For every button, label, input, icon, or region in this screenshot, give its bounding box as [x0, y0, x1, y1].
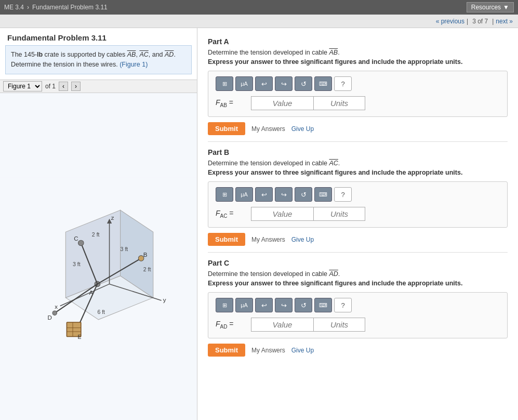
part-c-subtitle: Determine the tension developed in cable… [208, 270, 508, 278]
page-info-sep: | [492, 18, 494, 25]
redo-button-c[interactable]: ↪ [275, 298, 293, 312]
part-a-var-label: FAB = [216, 98, 247, 108]
part-b-subtitle: Determine the tension developed in cable… [208, 160, 508, 167]
undo-button-b[interactable]: ↩ [255, 187, 273, 202]
grid-button-c[interactable]: ⊞ [216, 298, 233, 312]
reset-button-a[interactable]: ↺ [295, 76, 312, 91]
prev-link[interactable]: « previous [436, 18, 464, 25]
page-info: | [467, 18, 468, 25]
svg-point-16 [78, 240, 84, 246]
top-bar: ME 3.4 › Fundamental Problem 3.11 Resour… [0, 0, 518, 15]
part-c-input-row: FAD = [216, 318, 500, 332]
part-c-submit-button[interactable]: Submit [208, 344, 245, 357]
part-b-input-row: FAC = [216, 207, 500, 221]
micro-button-a[interactable]: μΑ [235, 76, 253, 91]
help-button-c[interactable]: ? [334, 298, 352, 312]
part-b-submit-row: Submit My Answers Give Up [208, 233, 508, 246]
part-b-answer-box: ⊞ μΑ ↩ ↪ ↺ ⌨ ? FAC = [208, 181, 508, 228]
svg-text:B: B [143, 251, 148, 257]
svg-text:C: C [74, 235, 78, 242]
next-link[interactable]: next » [496, 18, 513, 25]
reset-button-c[interactable]: ↺ [295, 298, 312, 312]
micro-button-c[interactable]: μΑ [235, 298, 253, 312]
part-b-submit-button[interactable]: Submit [208, 233, 245, 246]
svg-text:x: x [55, 303, 58, 309]
part-a-toolbar: ⊞ μΑ ↩ ↪ ↺ ⌨ ? [216, 76, 500, 91]
part-c-answer-box: ⊞ μΑ ↩ ↪ ↺ ⌨ ? FAD = [208, 292, 508, 338]
nav-bar: « previous | 3 of 7 | next » [0, 15, 518, 28]
undo-button-a[interactable]: ↩ [255, 76, 273, 91]
part-a-submit-button[interactable]: Submit [208, 122, 245, 135]
part-b-instruction: Express your answer to three significant… [208, 169, 508, 176]
part-a-section: Part A Determine the tension developed i… [208, 37, 508, 135]
svg-text:2 ft: 2 ft [92, 231, 100, 237]
figure-area: z y x A B [0, 93, 197, 421]
keyboard-button-a[interactable]: ⌨ [314, 76, 332, 91]
grid-button-b[interactable]: ⊞ [216, 187, 233, 202]
figure-link[interactable]: (Figure 1) [119, 61, 148, 68]
left-panel: Fundamental Problem 3.11 The 145-lb crat… [0, 28, 197, 420]
svg-text:3 ft: 3 ft [121, 246, 128, 252]
part-a-title: Part A [208, 37, 508, 46]
part-b-give-up-link[interactable]: Give Up [291, 236, 314, 243]
svg-text:6 ft: 6 ft [97, 309, 105, 315]
part-c-value-input[interactable] [251, 318, 313, 332]
help-button-a[interactable]: ? [334, 76, 352, 91]
problem-description: The 145-lb crate is supported by cables … [5, 45, 192, 74]
part-b-var-label: FAC = [216, 209, 247, 219]
svg-text:z: z [111, 215, 114, 221]
breadcrumb-area: ME 3.4 › Fundamental Problem 3.11 [4, 4, 108, 11]
micro-button-b[interactable]: μΑ [235, 187, 253, 202]
help-button-b[interactable]: ? [334, 187, 352, 202]
figure-prev-btn[interactable]: ‹ [59, 82, 68, 91]
part-a-value-input[interactable] [251, 96, 313, 110]
part-a-input-row: FAB = [216, 96, 500, 110]
breadcrumb-course[interactable]: ME 3.4 [4, 4, 24, 11]
part-c-my-answers-link[interactable]: My Answers [251, 347, 285, 354]
figure-of-label: of 1 [45, 83, 56, 90]
part-a-units-input[interactable] [313, 96, 365, 110]
part-c-units-input[interactable] [313, 318, 365, 332]
part-c-give-up-link[interactable]: Give Up [291, 347, 314, 354]
keyboard-button-c[interactable]: ⌨ [314, 298, 332, 312]
part-c-submit-row: Submit My Answers Give Up [208, 344, 508, 357]
part-b-toolbar: ⊞ μΑ ↩ ↪ ↺ ⌨ ? [216, 187, 500, 202]
redo-button-a[interactable]: ↪ [275, 76, 293, 91]
part-b-title: Part B [208, 148, 508, 156]
svg-text:E: E [77, 333, 81, 339]
svg-point-19 [52, 310, 57, 314]
part-b-units-input[interactable] [313, 207, 365, 221]
part-b-my-answers-link[interactable]: My Answers [251, 236, 285, 243]
figure-next-btn[interactable]: › [71, 82, 81, 91]
keyboard-button-b[interactable]: ⌨ [314, 187, 332, 202]
part-a-instruction: Express your answer to three significant… [208, 58, 508, 65]
part-a-answer-box: ⊞ μΑ ↩ ↪ ↺ ⌨ ? FAB = [208, 71, 508, 117]
svg-text:D: D [48, 314, 52, 320]
part-a-subtitle: Determine the tension developed in cable… [208, 49, 508, 56]
page-number: 3 of 7 [472, 18, 488, 25]
figure-svg: z y x A B [0, 93, 197, 421]
part-a-my-answers-link[interactable]: My Answers [251, 125, 285, 133]
redo-button-b[interactable]: ↪ [275, 187, 293, 202]
part-c-var-label: FAD = [216, 320, 247, 330]
figure-controls: Figure 1 of 1 ‹ › [0, 80, 197, 93]
divider-bc [208, 252, 508, 253]
grid-button-a[interactable]: ⊞ [216, 76, 233, 91]
part-c-instruction: Express your answer to three significant… [208, 280, 508, 287]
reset-button-b[interactable]: ↺ [295, 187, 312, 202]
undo-button-c[interactable]: ↩ [255, 298, 273, 312]
divider-ab [208, 141, 508, 142]
breadcrumb-sep: › [27, 4, 29, 11]
svg-text:3 ft: 3 ft [73, 260, 81, 267]
main-layout: Fundamental Problem 3.11 The 145-lb crat… [0, 28, 518, 420]
part-c-section: Part C Determine the tension developed i… [208, 259, 508, 357]
breadcrumb-problem: Fundamental Problem 3.11 [32, 4, 108, 11]
part-b-value-input[interactable] [251, 207, 313, 221]
part-a-give-up-link[interactable]: Give Up [291, 125, 314, 133]
part-c-title: Part C [208, 259, 508, 267]
part-a-submit-row: Submit My Answers Give Up [208, 122, 508, 135]
figure-select[interactable]: Figure 1 [3, 81, 42, 91]
svg-text:y: y [163, 297, 166, 303]
resources-button[interactable]: Resources ▼ [467, 2, 514, 12]
svg-text:2 ft: 2 ft [143, 266, 151, 272]
